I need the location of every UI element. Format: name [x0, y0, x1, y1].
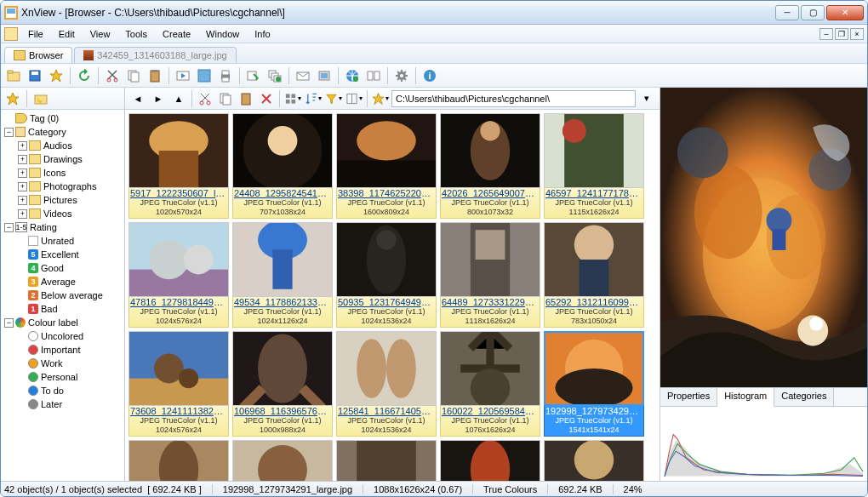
tree-rating-item[interactable]: 1Bad [3, 302, 123, 316]
expand-icon[interactable]: + [18, 209, 27, 219]
minimize-button[interactable]: ─ [775, 5, 799, 20]
tab-image[interactable]: 342459_1314603188_large.jpg [74, 47, 236, 63]
tab-categories[interactable]: Categories [774, 388, 834, 406]
batch-convert-button[interactable] [266, 66, 284, 85]
thumbnail-item[interactable]: 227196_1212816787_la... [336, 440, 437, 481]
thumbnail-item[interactable]: 193080_1180812439_la... [128, 440, 229, 481]
menu-view[interactable]: View [83, 27, 117, 41]
tree-category-item[interactable]: +Icons [3, 166, 123, 180]
mdi-close-button[interactable]: × [850, 28, 864, 40]
thumbnail-item[interactable]: 73608_1241111382_largeJPEG TrueColor (v1… [128, 331, 229, 437]
convert-button[interactable] [244, 66, 263, 85]
menu-edit[interactable]: Edit [52, 27, 82, 41]
tab-properties[interactable]: Properties [660, 388, 717, 406]
thumbnail-item[interactable]: 244895_1291333321_la... [544, 440, 644, 481]
thumbnail-item[interactable]: 50935_1231764949_largeJPEG TrueColor (v1… [336, 222, 437, 328]
thumbnail-item[interactable]: 64489_1273331229_largeJPEG TrueColor (v1… [440, 222, 540, 328]
menu-file[interactable]: File [21, 27, 50, 41]
save-button[interactable] [26, 66, 44, 85]
collapse-icon[interactable]: − [4, 318, 14, 328]
thumbnail-item[interactable]: 42026_1265649007_largeJPEG TrueColor (v1… [440, 113, 540, 219]
menu-window[interactable]: Window [199, 27, 246, 41]
thumbnail-item[interactable]: 106968_1163965763_la...JPEG TrueColor (v… [232, 331, 333, 437]
tree-tag[interactable]: Tag (0) [3, 111, 123, 125]
tab-browser[interactable]: Browser [4, 47, 72, 63]
mdi-minimize-button[interactable]: – [819, 28, 833, 40]
tree-rating-item[interactable]: 3Average [3, 275, 123, 288]
tree-category[interactable]: −Category [3, 125, 123, 139]
settings-button[interactable] [392, 66, 411, 85]
tree-rating-item[interactable]: 4Good [3, 261, 123, 275]
tab-histogram[interactable]: Histogram [717, 388, 774, 407]
menu-tools[interactable]: Tools [118, 27, 154, 41]
maximize-button[interactable]: ▢ [801, 5, 825, 20]
tree-category-item[interactable]: +Pictures [3, 193, 123, 207]
cut-button[interactable] [103, 66, 122, 85]
web-button[interactable] [343, 66, 362, 85]
copy-button[interactable] [124, 66, 143, 85]
nav-forward-button[interactable]: ► [149, 89, 168, 108]
collapse-icon[interactable]: − [4, 128, 14, 137]
tree-rating-item[interactable]: Unrated [3, 234, 123, 248]
menu-info[interactable]: Info [248, 27, 277, 41]
tree-category-item[interactable]: +Photographs [3, 180, 123, 193]
tree-colour-item[interactable]: Important [3, 343, 123, 357]
tree-rating-item[interactable]: 2Below average [3, 288, 123, 302]
open-button[interactable] [4, 66, 23, 85]
email-button[interactable] [294, 66, 312, 85]
favorites-folder-button[interactable] [32, 90, 49, 107]
fullscreen-button[interactable] [195, 66, 214, 85]
about-button[interactable]: i [420, 66, 439, 85]
nav-cut-button[interactable] [196, 89, 214, 108]
thumbnail-item[interactable]: 24408_1295824541_largeJPEG TrueColor (v1… [232, 113, 333, 219]
layout-button[interactable]: ▾ [345, 89, 363, 108]
thumbnail-item[interactable]: 47816_1279818449_largeJPEG TrueColor (v1… [128, 222, 229, 328]
close-button[interactable]: ✕ [826, 5, 864, 20]
expand-icon[interactable]: + [18, 182, 27, 191]
paste-button[interactable] [146, 66, 164, 85]
print-button[interactable] [216, 66, 235, 85]
nav-back-button[interactable]: ◄ [128, 89, 147, 108]
mdi-restore-button[interactable]: ❐ [835, 28, 848, 40]
tree-category-item[interactable]: +Videos [3, 207, 123, 220]
thumbnail-grid[interactable]: 5917_1222350607_largeJPEG TrueColor (v1.… [125, 110, 660, 481]
thumbnail-item[interactable]: 218717_1310767180_la... [232, 440, 333, 481]
thumbnail-item[interactable]: 65292_1312116099_largeJPEG TrueColor (v1… [544, 222, 644, 328]
preview-pane[interactable] [660, 88, 867, 387]
slideshow-button[interactable] [174, 66, 192, 85]
collapse-icon[interactable]: − [4, 223, 14, 232]
thumbnail-item[interactable]: 125841_1166714058_la...JPEG TrueColor (v… [336, 331, 437, 437]
favorites-star-button[interactable] [4, 90, 21, 107]
tree-colour-item[interactable]: Personal [3, 370, 123, 384]
tree-rating-item[interactable]: 5Excellent [3, 248, 123, 261]
expand-icon[interactable]: + [18, 141, 27, 151]
thumbnail-item[interactable]: 38398_1174625220_largeJPEG TrueColor (v1… [336, 113, 437, 219]
tree-colour-item[interactable]: Uncolored [3, 329, 123, 343]
thumbnail-item[interactable]: 192998_1279734291_la...JPEG TrueColor (v… [544, 331, 644, 437]
nav-delete-button[interactable] [257, 89, 276, 108]
filter-button[interactable]: ▾ [324, 89, 343, 108]
tree-colour-item[interactable]: Later [3, 397, 123, 411]
thumbnail-item[interactable]: 5917_1222350607_largeJPEG TrueColor (v1.… [128, 113, 229, 219]
refresh-button[interactable] [75, 66, 94, 85]
expand-icon[interactable]: + [18, 169, 27, 178]
tree-rating[interactable]: −1-5Rating [3, 220, 123, 234]
thumbnail-item[interactable]: 160022_1205695844_la...JPEG TrueColor (v… [440, 331, 540, 437]
tree-category-item[interactable]: +Audios [3, 139, 123, 152]
thumbnail-item[interactable]: 46597_1241177178_largeJPEG TrueColor (v1… [544, 113, 644, 219]
favorites-button[interactable] [47, 66, 66, 85]
thumbnail-item[interactable]: 232494_1270784666_la... [440, 440, 540, 481]
expand-icon[interactable]: + [18, 155, 27, 164]
sort-button[interactable]: ▾ [304, 89, 323, 108]
compare-button[interactable] [364, 66, 383, 85]
thumbnail-item[interactable]: 49534_1178862133_largeJPEG TrueColor (v1… [232, 222, 333, 328]
path-dropdown-button[interactable]: ▾ [637, 89, 656, 108]
nav-paste-button[interactable] [237, 89, 255, 108]
tree-category-item[interactable]: +Drawings [3, 152, 123, 166]
path-input[interactable]: C:\Users\thibaud\Pictures\cgchannel\ [391, 90, 636, 107]
nav-up-button[interactable]: ▲ [169, 89, 188, 108]
nav-copy-button[interactable] [216, 89, 235, 108]
tree-colour-item[interactable]: Work [3, 357, 123, 370]
menu-create[interactable]: Create [156, 27, 197, 41]
tree-colour-label[interactable]: −Colour label [3, 316, 123, 329]
